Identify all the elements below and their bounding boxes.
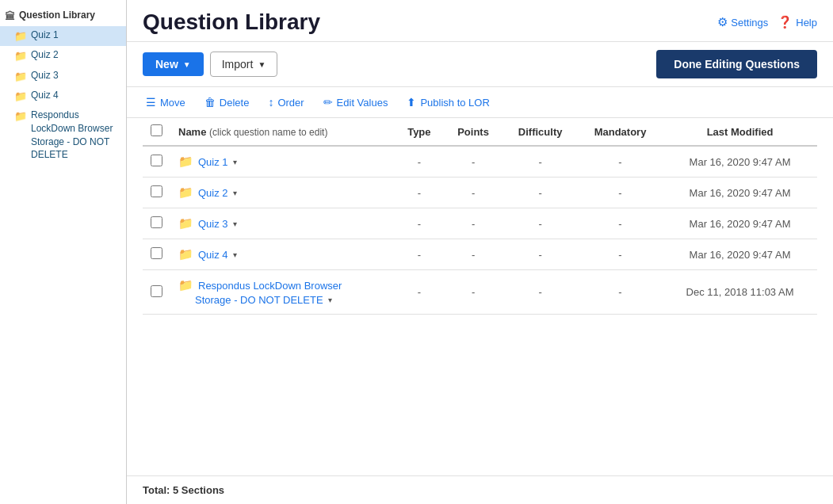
settings-label: Settings xyxy=(731,17,768,29)
row1-mandatory: - xyxy=(578,146,663,178)
row3-name-cell: 📁 Quiz 3 ▾ xyxy=(170,208,395,239)
help-link[interactable]: ❓ Help xyxy=(778,15,817,29)
difficulty-column-header: Difficulty xyxy=(502,118,578,146)
row1-points: - xyxy=(444,146,503,178)
row2-name-cell: 📁 Quiz 2 ▾ xyxy=(170,178,395,208)
settings-link[interactable]: ⚙ Settings xyxy=(717,15,768,29)
delete-icon: 🗑 xyxy=(204,96,216,109)
row4-checkbox[interactable] xyxy=(151,247,162,259)
sidebar: 🏛 Question Library 📁 Quiz 1 📁 Quiz 2 📁 Q… xyxy=(0,0,127,504)
sidebar-item-quiz2[interactable]: 📁 Quiz 2 xyxy=(0,46,126,66)
folder-row-icon-row2: 📁 xyxy=(178,185,193,200)
folder-icon-respondus: 📁 xyxy=(14,109,27,124)
done-editing-button[interactable]: Done Editing Questions xyxy=(656,50,817,78)
row5-name-line2: Storage - DO NOT DELETE ▾ xyxy=(178,294,387,306)
row3-difficulty: - xyxy=(502,208,578,239)
edit-values-label: Edit Values xyxy=(337,97,388,109)
page-header: Question Library ⚙ Settings ❓ Help xyxy=(127,0,833,42)
sidebar-label-quiz4: Quiz 4 xyxy=(31,89,59,102)
row5-name-link-line1[interactable]: Respondus LockDown Browser xyxy=(198,280,342,292)
row5-checkbox[interactable] xyxy=(151,285,162,297)
table-row: 📁 Quiz 1 ▾ - - - - Mar 16, 2020 9:47 AM xyxy=(143,146,817,178)
row1-type: - xyxy=(395,146,444,178)
row2-name-link[interactable]: Quiz 2 xyxy=(198,187,228,199)
delete-button[interactable]: 🗑 Delete xyxy=(201,94,253,111)
order-label: Order xyxy=(277,97,304,109)
row2-type: - xyxy=(395,178,444,208)
name-header-main: Name xyxy=(178,126,206,138)
sidebar-label-quiz3: Quiz 3 xyxy=(31,69,59,82)
row3-checkbox[interactable] xyxy=(151,216,162,228)
row2-difficulty: - xyxy=(502,178,578,208)
toolbar-left: New ▼ Import ▼ xyxy=(143,52,277,77)
points-column-header: Points xyxy=(444,118,503,146)
row5-name-link-line2[interactable]: Storage - DO NOT DELETE xyxy=(195,294,323,306)
sidebar-item-quiz1[interactable]: 📁 Quiz 1 xyxy=(0,26,126,46)
questions-table: Name (click question name to edit) Type … xyxy=(143,118,817,315)
import-button[interactable]: Import ▼ xyxy=(210,52,278,77)
row3-name-link[interactable]: Quiz 3 xyxy=(198,218,228,230)
row2-expand-icon[interactable]: ▾ xyxy=(233,189,237,197)
row2-checkbox-cell[interactable] xyxy=(143,178,170,208)
publish-to-lor-button[interactable]: ⬆ Publish to LOR xyxy=(403,94,492,111)
sidebar-item-quiz4[interactable]: 📁 Quiz 4 xyxy=(0,86,126,106)
sidebar-item-quiz3[interactable]: 📁 Quiz 3 xyxy=(0,67,126,86)
row4-expand-icon[interactable]: ▾ xyxy=(233,250,237,259)
row4-name-link[interactable]: Quiz 4 xyxy=(198,249,228,261)
folder-icon-quiz3: 📁 xyxy=(14,70,27,84)
sidebar-root[interactable]: 🏛 Question Library xyxy=(0,6,126,26)
library-icon: 🏛 xyxy=(5,10,15,24)
page-title: Question Library xyxy=(143,10,320,35)
row1-last-modified: Mar 16, 2020 9:47 AM xyxy=(663,146,817,178)
row5-checkbox-cell[interactable] xyxy=(143,270,170,315)
row5-last-modified: Dec 11, 2018 11:03 AM xyxy=(663,270,817,315)
edit-icon: ✏ xyxy=(323,96,333,109)
row1-checkbox-cell[interactable] xyxy=(143,146,170,178)
total-sections-label: Total: 5 Sections xyxy=(143,484,224,496)
row4-mandatory: - xyxy=(578,239,663,270)
edit-values-button[interactable]: ✏ Edit Values xyxy=(320,94,392,111)
select-all-checkbox[interactable] xyxy=(151,124,162,136)
sidebar-label-quiz1: Quiz 1 xyxy=(31,29,59,42)
row1-name-link[interactable]: Quiz 1 xyxy=(198,156,228,168)
row5-points: - xyxy=(444,270,503,315)
row4-checkbox-cell[interactable] xyxy=(143,239,170,270)
row5-name: 📁 Respondus LockDown Browser Storage - D… xyxy=(178,278,387,306)
folder-icon-quiz1: 📁 xyxy=(14,29,27,44)
move-label: Move xyxy=(160,97,185,109)
import-chevron-icon: ▼ xyxy=(258,60,266,69)
select-all-header[interactable] xyxy=(143,118,170,146)
import-label: Import xyxy=(222,58,254,71)
row4-name: 📁 Quiz 4 ▾ xyxy=(178,247,387,262)
publish-to-lor-label: Publish to LOR xyxy=(420,97,489,109)
row1-difficulty: - xyxy=(502,146,578,178)
row3-type: - xyxy=(395,208,444,239)
row2-points: - xyxy=(444,178,503,208)
row5-difficulty: - xyxy=(502,270,578,315)
row3-points: - xyxy=(444,208,503,239)
row2-checkbox[interactable] xyxy=(151,185,162,197)
folder-row-icon-row5: 📁 xyxy=(178,278,193,292)
row1-expand-icon[interactable]: ▾ xyxy=(233,158,237,166)
help-label: Help xyxy=(796,17,817,29)
table-row: 📁 Respondus LockDown Browser Storage - D… xyxy=(143,270,817,315)
row2-name: 📁 Quiz 2 ▾ xyxy=(178,185,387,200)
row2-mandatory: - xyxy=(578,178,663,208)
folder-row-icon-row3: 📁 xyxy=(178,216,193,231)
order-button[interactable]: ↕ Order xyxy=(265,94,307,111)
header-actions: ⚙ Settings ❓ Help xyxy=(717,15,817,29)
publish-icon: ⬆ xyxy=(407,96,416,109)
row1-checkbox[interactable] xyxy=(151,155,162,166)
row5-type: - xyxy=(395,270,444,315)
move-button[interactable]: ☰ Move xyxy=(143,94,189,111)
new-button[interactable]: New ▼ xyxy=(143,52,204,76)
row3-expand-icon[interactable]: ▾ xyxy=(233,220,237,228)
name-header-sub: (click question name to edit) xyxy=(209,127,327,138)
action-bar: ☰ Move 🗑 Delete ↕ Order ✏ Edit Values ⬆ … xyxy=(127,87,833,118)
row5-name-line1: 📁 Respondus LockDown Browser xyxy=(178,278,387,292)
delete-label: Delete xyxy=(220,97,250,109)
sidebar-item-respondus[interactable]: 📁 Respondus LockDown Browser Storage - D… xyxy=(0,106,126,164)
row3-mandatory: - xyxy=(578,208,663,239)
row3-checkbox-cell[interactable] xyxy=(143,208,170,239)
row5-expand-icon[interactable]: ▾ xyxy=(328,296,332,304)
